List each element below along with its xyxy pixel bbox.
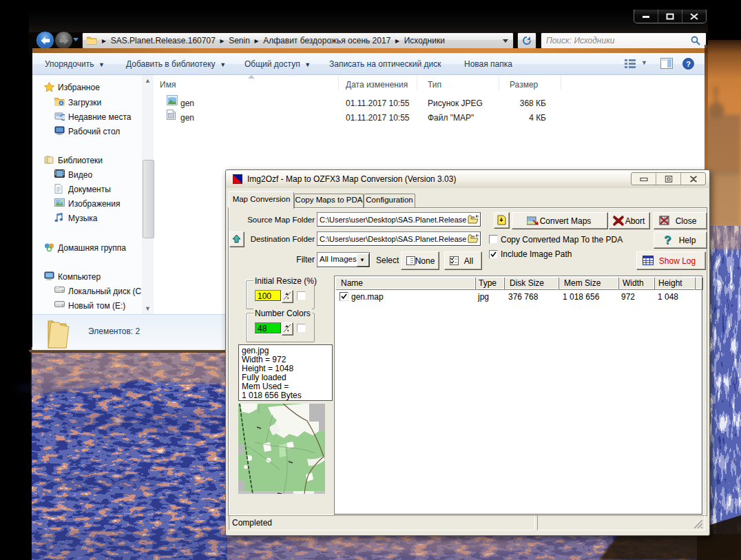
svg-text:?: ? (686, 60, 691, 68)
